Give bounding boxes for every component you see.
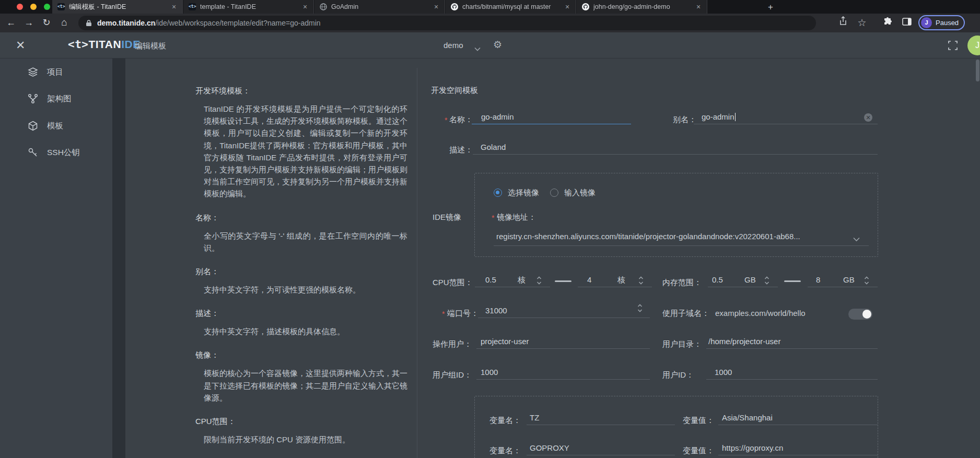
- memory-max-input[interactable]: 8 GB: [808, 274, 878, 287]
- scrollbar-thumb[interactable]: [976, 60, 979, 81]
- bookmark-star-icon[interactable]: ☆: [855, 16, 869, 30]
- browser-toolbar: ← → ↻ ⌂ demo.titanide.cn/ide/web/workspa…: [0, 14, 980, 32]
- extensions-puzzle-icon[interactable]: [881, 16, 895, 30]
- cpu-min-input[interactable]: 0.5 核: [475, 274, 550, 287]
- new-tab-button[interactable]: +: [765, 2, 776, 13]
- macos-minimize-button[interactable]: [30, 4, 37, 10]
- alias-label: 别名：: [673, 115, 696, 125]
- git-branch-icon: [27, 93, 39, 104]
- radio-input-image-label[interactable]: 输入镜像: [564, 188, 596, 198]
- clear-icon[interactable]: ✕: [864, 113, 872, 122]
- stepper-icon[interactable]: [638, 276, 644, 285]
- subdomain-value: examples.com/world/hello: [715, 309, 806, 318]
- sidebar-item-ssh-keys[interactable]: SSH公钥: [0, 144, 112, 161]
- gear-icon[interactable]: ⚙: [493, 39, 502, 51]
- workspace-selector[interactable]: demo: [444, 41, 463, 50]
- profile-avatar: J: [921, 17, 932, 28]
- titanide-header: ✕ <t>TITANIDE 编辑模板 demo ⚙ J: [0, 32, 980, 58]
- stepper-icon[interactable]: [864, 276, 869, 285]
- range-dash: [784, 280, 801, 282]
- env-name-input[interactable]: GOPROXY: [527, 442, 675, 455]
- memory-min-input[interactable]: 0.5 GB: [708, 274, 778, 287]
- lock-icon: [86, 19, 92, 27]
- browser-tab-charts-mysql[interactable]: charts/bitnami/mysql at master ×: [446, 0, 576, 14]
- env-name-label: 变量名：: [489, 446, 521, 456]
- column-divider: [417, 68, 417, 458]
- home-icon[interactable]: ⌂: [57, 14, 71, 32]
- github-icon: [451, 3, 458, 10]
- reload-icon[interactable]: ↻: [40, 14, 53, 32]
- share-icon[interactable]: [836, 16, 850, 30]
- operator-user-input[interactable]: projector-user: [476, 335, 650, 349]
- macos-close-button[interactable]: [17, 4, 23, 10]
- doc-heading: 开发环境模板：: [195, 85, 407, 97]
- radio-input-image[interactable]: [550, 189, 558, 197]
- template-edit-panel: 开发环境模板：TitanIDE 的开发环境模板是为用户提供一个可定制化的环境模板…: [125, 58, 980, 458]
- doc-heading: CPU范围：: [195, 415, 407, 427]
- env-name-input[interactable]: TZ: [527, 412, 675, 425]
- port-label: 端口号：: [447, 309, 479, 319]
- doc-body: 限制当前开发环境的 CPU 资源使用范围。: [204, 433, 407, 445]
- browser-tab-edit-template[interactable]: <t> 编辑模板 - TitanIDE ×: [52, 0, 183, 14]
- titanide-favicon: <t>: [57, 3, 65, 10]
- tab-close-icon[interactable]: ×: [563, 3, 571, 11]
- cpu-min-unit: 核: [518, 275, 526, 285]
- chevron-down-icon[interactable]: [474, 44, 481, 53]
- description-input[interactable]: Goland: [473, 141, 878, 155]
- user-avatar[interactable]: J: [967, 36, 980, 55]
- profile-status-label: Paused: [936, 19, 959, 27]
- tab-close-icon[interactable]: ×: [694, 3, 703, 11]
- sidebar-item-architecture[interactable]: 架构图: [0, 90, 112, 108]
- range-dash: [555, 280, 571, 282]
- forward-icon[interactable]: →: [22, 14, 36, 32]
- sidebar-item-label: 项目: [47, 67, 63, 78]
- env-value-input[interactable]: Asia/Shanghai: [718, 412, 878, 425]
- cpu-max-input[interactable]: 4 核: [578, 274, 652, 287]
- text-cursor: [735, 113, 736, 121]
- user-id-input[interactable]: 1000: [706, 366, 878, 380]
- macos-zoom-button[interactable]: [44, 4, 50, 10]
- sidebar-item-templates[interactable]: 模板: [0, 117, 112, 135]
- env-value-input[interactable]: https://goproxy.cn: [718, 442, 878, 455]
- group-id-label: 用户组ID：: [433, 370, 472, 380]
- browser-tab-goadmin[interactable]: GoAdmin ×: [314, 0, 445, 14]
- tab-close-icon[interactable]: ×: [301, 3, 309, 11]
- layers-icon: [27, 66, 39, 78]
- stepper-icon[interactable]: [637, 303, 643, 313]
- doc-body: 全小写的英文字母与 '-' 组成的，是在工作空间内的唯一标识。: [204, 230, 407, 254]
- radio-select-image-label[interactable]: 选择镜像: [508, 188, 539, 198]
- user-dir-input[interactable]: /home/projector-user: [706, 335, 878, 349]
- cpu-max-unit: 核: [617, 275, 625, 285]
- alias-input[interactable]: go-admin ✕: [694, 111, 878, 124]
- back-icon[interactable]: ←: [4, 14, 18, 32]
- sidebar-item-label: 模板: [47, 121, 63, 132]
- image-address-value[interactable]: registry.cn-shenzhen.aliyuncs.com/titani…: [496, 232, 800, 241]
- tab-title: john-deng/go-admin-demo: [593, 3, 694, 10]
- browser-tab-template[interactable]: <t> template - TitanIDE ×: [183, 0, 314, 14]
- address-bar[interactable]: demo.titanide.cn/ide/web/workspace/templ…: [78, 16, 816, 30]
- memory-min-unit: GB: [744, 275, 756, 284]
- close-icon[interactable]: ✕: [16, 39, 25, 52]
- name-label: 名称：: [449, 115, 473, 125]
- radio-select-image[interactable]: [494, 189, 502, 197]
- required-asterisk: *: [445, 116, 447, 124]
- group-id-input[interactable]: 1000: [476, 366, 650, 380]
- fullscreen-icon[interactable]: [948, 41, 958, 52]
- name-input[interactable]: go-admin: [472, 111, 631, 124]
- url-domain: demo.titanide.cn: [97, 19, 155, 27]
- chevron-down-icon[interactable]: [853, 234, 860, 244]
- subdomain-toggle[interactable]: [848, 309, 872, 320]
- browser-profile-button[interactable]: J Paused: [918, 15, 965, 30]
- browser-tab-go-admin-demo[interactable]: john-deng/go-admin-demo ×: [577, 0, 707, 14]
- tab-close-icon[interactable]: ×: [432, 3, 440, 11]
- side-panel-icon[interactable]: [900, 16, 914, 30]
- tab-close-icon[interactable]: ×: [170, 3, 178, 11]
- required-asterisk: *: [492, 214, 494, 222]
- stepper-icon[interactable]: [536, 276, 542, 285]
- cube-icon: [27, 120, 39, 132]
- memory-range-label: 内存范围：: [662, 278, 702, 288]
- port-input[interactable]: 31000: [478, 304, 650, 318]
- stepper-icon[interactable]: [764, 276, 769, 285]
- memory-max-unit: GB: [843, 275, 855, 284]
- sidebar-item-projects[interactable]: 项目: [0, 63, 112, 81]
